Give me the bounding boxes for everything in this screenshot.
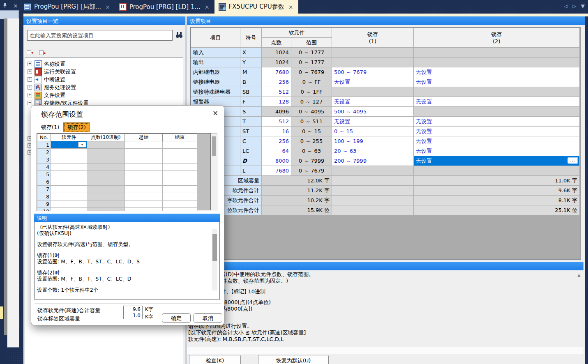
document-tab[interactable]: ProgPou [PRG] [LD] 1...× [115, 0, 214, 14]
device-cell[interactable] [51, 141, 87, 149]
start-cell[interactable] [125, 208, 163, 212]
device-cell[interactable] [51, 208, 87, 212]
end-cell[interactable] [163, 186, 197, 193]
start-cell[interactable] [125, 178, 163, 186]
search-input[interactable] [27, 30, 173, 41]
latch2-cell[interactable]: 无设置 [414, 97, 580, 107]
latch1-cell[interactable]: 100 ～ 199 [332, 136, 414, 146]
start-cell[interactable] [125, 193, 163, 200]
latch2-cell[interactable]: 无设置 [414, 146, 580, 156]
tree-item[interactable]: +名称设置 [25, 60, 183, 68]
device-cell[interactable] [51, 171, 87, 178]
range-cell: 0 ～ 63 [291, 146, 332, 156]
start-cell[interactable] [125, 164, 163, 171]
dialog-close-icon[interactable]: × [210, 108, 220, 118]
dropdown-button[interactable] [78, 142, 86, 147]
points-cell[interactable]: 16 [262, 127, 291, 136]
latch2-cell[interactable]: 无设置 [414, 136, 580, 146]
end-cell[interactable] [163, 156, 197, 164]
tree-item[interactable]: +运行关联设置 [25, 68, 183, 76]
latch1-cell [332, 87, 414, 97]
latch1-cell[interactable]: 0 ～ 15 [332, 127, 414, 136]
points-cell[interactable]: 8000 [262, 156, 291, 166]
end-cell[interactable] [163, 208, 197, 212]
start-cell[interactable] [125, 200, 163, 208]
device-cell[interactable] [51, 149, 87, 156]
points-cell[interactable]: 7680 [262, 166, 291, 176]
start-cell[interactable] [125, 141, 163, 149]
tab-close-icon[interactable]: × [288, 4, 293, 10]
tree-item[interactable]: +服务处理设置 [25, 83, 183, 91]
check-button[interactable]: 检查(K) [189, 355, 241, 364]
tree-expander-icon[interactable]: + [28, 69, 32, 74]
tab-scroll-right-icon[interactable]: ▷ [573, 3, 576, 9]
device-cell[interactable] [51, 164, 87, 171]
latch1-cell[interactable]: 500 ～ 7679 [332, 67, 414, 77]
latch1-cell[interactable]: 无设置 [332, 117, 414, 127]
scroll-up-icon[interactable]: ▲ [577, 273, 581, 277]
note-scrollbar[interactable] [212, 229, 217, 290]
latch2-cell[interactable]: 无设置... [414, 156, 580, 166]
note-line: (仅确认FX5UJ) [37, 230, 217, 236]
latch1-cell[interactable]: 20 ～ 63 [332, 146, 414, 156]
ok-button[interactable]: 确定 [162, 313, 191, 323]
end-cell[interactable] [163, 141, 197, 149]
tree-expander-icon[interactable]: + [28, 85, 32, 90]
latch1-cell[interactable]: 200 ～ 7999 [332, 156, 414, 166]
end-cell[interactable] [163, 171, 197, 178]
points-cell[interactable]: 128 [262, 97, 291, 107]
pin-icon[interactable] [2, 3, 7, 9]
search-button[interactable] [174, 30, 184, 40]
tree-item[interactable]: +文件设置 [25, 91, 183, 99]
points-cell[interactable]: 7680 [262, 67, 291, 77]
dock-panel-header[interactable] [0, 10, 19, 19]
tab-close-icon[interactable]: × [105, 4, 110, 10]
points-cell[interactable]: 256 [262, 136, 291, 146]
device-cell[interactable] [51, 178, 87, 186]
end-cell[interactable] [163, 149, 197, 156]
latch-tab[interactable]: 锁存(2) [63, 122, 90, 132]
device-cell[interactable] [51, 186, 87, 193]
end-cell[interactable] [163, 178, 197, 186]
tab-close-icon[interactable]: × [205, 4, 210, 10]
dock-scrollbar[interactable] [4, 18, 7, 335]
points-cell[interactable]: 256 [262, 77, 291, 87]
latch2-cell[interactable]: 无设置 [414, 77, 580, 87]
start-cell[interactable] [125, 171, 163, 178]
latch1-cell[interactable]: 500 ～ 4095 [332, 107, 414, 117]
device-cell[interactable] [51, 200, 87, 208]
browse-button[interactable]: ... [567, 157, 578, 164]
start-cell[interactable] [125, 156, 163, 164]
cancel-button[interactable]: 取消 [194, 313, 222, 323]
restore-default-button[interactable]: 恢复为默认(U) [258, 355, 329, 364]
latch1-cell[interactable]: 无设置 [332, 77, 414, 87]
end-cell[interactable] [163, 193, 197, 200]
device-cell[interactable] [51, 193, 87, 200]
device-cell[interactable] [51, 156, 87, 164]
latch2-cell[interactable]: 无设置 [414, 117, 580, 127]
latch1-cell[interactable]: 无设置 [332, 97, 414, 107]
tree-item[interactable]: +中断设置 [25, 76, 183, 83]
end-cell[interactable] [163, 200, 197, 208]
tree-expander-icon[interactable]: + [28, 62, 32, 66]
dock-close-icon[interactable]: × [13, 3, 18, 9]
grid-scrollbar[interactable] [211, 133, 217, 210]
expand-all-icon[interactable] [39, 50, 48, 56]
tab-list-menu-icon[interactable]: ▼ [581, 3, 585, 9]
points-cell[interactable]: 64 [262, 146, 291, 156]
tab-scroll-left-icon[interactable]: ◁ [564, 3, 568, 9]
start-cell[interactable] [125, 149, 163, 156]
points-cell[interactable]: 512 [262, 117, 291, 127]
document-tab[interactable]: ProgPou [PRG] [局部...× [20, 0, 115, 14]
latch-tab[interactable]: 锁存(1) [37, 122, 63, 132]
points-cell[interactable]: 512 [262, 87, 291, 97]
collapse-all-icon[interactable] [27, 50, 36, 56]
document-tab[interactable]: FX5UCPU CPU参数× [214, 0, 298, 14]
end-cell[interactable] [163, 164, 197, 171]
tree-expander-icon[interactable]: − [28, 101, 32, 105]
start-cell[interactable] [125, 186, 163, 193]
tree-expander-icon[interactable]: + [28, 77, 32, 82]
latch2-cell[interactable]: 无设置 [414, 67, 580, 77]
latch2-cell[interactable]: 无设置 [414, 127, 580, 136]
tree-expander-icon[interactable]: + [28, 93, 32, 97]
